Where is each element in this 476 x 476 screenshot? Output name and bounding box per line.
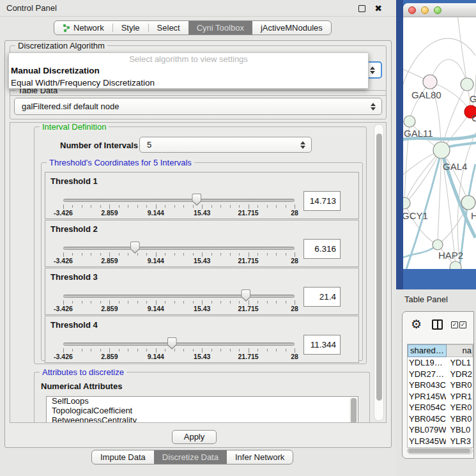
dropdown-hint: Select algorithm to view settings bbox=[9, 53, 368, 65]
tick-label: 15.43 bbox=[194, 209, 210, 217]
network-window-titlebar bbox=[403, 3, 476, 17]
attribute-item[interactable]: BetweennessCentrality bbox=[47, 416, 358, 423]
threshold-2-panel: Threshold 2-3.4262.8599.14415.4321.71528… bbox=[45, 220, 359, 267]
table-horizontal-scrollbar[interactable] bbox=[407, 447, 473, 454]
close-traffic-light-icon[interactable] bbox=[408, 6, 416, 14]
cell-shared-name: YBR043C bbox=[408, 380, 446, 391]
number-of-intervals-value: 5 bbox=[147, 140, 151, 150]
number-of-intervals-combobox[interactable]: 5 bbox=[139, 137, 312, 153]
cell-name: YER0 bbox=[446, 402, 473, 413]
checkbox-icon[interactable]: ✓ bbox=[459, 321, 466, 328]
network-canvas[interactable]: GAL80 GA C GAL11 GAL4 GCY1 H HAP2 bbox=[403, 17, 476, 269]
column-header-shared-name[interactable]: shared… bbox=[408, 344, 447, 357]
tab-network[interactable]: Network bbox=[54, 21, 112, 35]
threshold-value-field[interactable]: 6.316 bbox=[303, 239, 341, 259]
table-row[interactable]: YBR043CYBR0 bbox=[408, 380, 473, 391]
threshold-4-panel: Threshold 4-3.4262.8599.14415.4321.71528… bbox=[45, 316, 359, 363]
tick-label: 2.859 bbox=[101, 305, 118, 312]
slider-ticks bbox=[63, 252, 295, 257]
table-rows: YDL19…YDL1YDR27…YDR2YBR043CYBR0YPR145WYP… bbox=[408, 357, 473, 448]
slider-ticks bbox=[63, 300, 295, 305]
table-row[interactable]: YDL19…YDL1 bbox=[408, 357, 473, 369]
attributes-group: Attributes to discretize Numerical Attri… bbox=[34, 372, 370, 423]
node-gal11[interactable] bbox=[404, 116, 415, 127]
node-gal4[interactable] bbox=[433, 142, 450, 158]
slider-track[interactable] bbox=[63, 342, 295, 346]
slider-track[interactable] bbox=[63, 295, 295, 298]
tick-label: 28 bbox=[291, 353, 298, 360]
tab-style[interactable]: Style bbox=[113, 21, 148, 35]
network-graph: GAL80 GA C GAL11 GAL4 GCY1 H HAP2 bbox=[403, 17, 476, 269]
node-bottom[interactable] bbox=[450, 261, 461, 269]
tab-select[interactable]: Select bbox=[149, 21, 188, 35]
settings-scroll-panel: Interval Definition Number of Intervals … bbox=[10, 122, 387, 423]
control-panel: Control Panel ✖ NetworkStyleSelectCyni T… bbox=[0, 0, 396, 476]
combo-stepper-icon bbox=[370, 66, 376, 74]
threshold-label: Threshold 3 bbox=[50, 272, 98, 282]
node-gal80[interactable] bbox=[423, 75, 437, 89]
dropdown-item-manual[interactable]: Manual Discretization bbox=[9, 65, 368, 77]
node-attribute-table[interactable]: shared… na YDL19…YDL1YDR27…YDR2YBR043CYB… bbox=[407, 344, 473, 448]
threshold-value-field[interactable]: 21.4 bbox=[303, 287, 341, 307]
slider-ticks bbox=[63, 204, 295, 210]
table-row[interactable]: YBR045CYBR0 bbox=[408, 413, 473, 425]
slider-track[interactable] bbox=[63, 199, 295, 202]
dropdown-item-equal-width[interactable]: Equal Width/Frequency Discretization bbox=[9, 77, 368, 89]
node-label-gal11: GAL11 bbox=[404, 128, 433, 139]
tick-label: 28 bbox=[291, 257, 298, 265]
table-row[interactable]: YBL079WYBL0 bbox=[408, 424, 473, 436]
attributes-scrollbar[interactable] bbox=[349, 397, 357, 423]
panel-vertical-scrollbar[interactable] bbox=[374, 124, 384, 421]
node-h[interactable] bbox=[461, 196, 475, 210]
table-row[interactable]: YLR345WYLR3 bbox=[408, 436, 473, 447]
tab-infer-network[interactable]: Infer Network bbox=[227, 450, 293, 464]
network-desktop-edge bbox=[396, 0, 403, 289]
column-header-name[interactable]: na bbox=[447, 344, 473, 357]
threshold-value-field[interactable]: 14.713 bbox=[303, 191, 341, 211]
slider-track[interactable] bbox=[63, 247, 295, 250]
minimize-traffic-light-icon[interactable] bbox=[421, 6, 429, 14]
table-row[interactable]: YER054CYER0 bbox=[408, 402, 473, 413]
network-tab-icon bbox=[63, 24, 70, 33]
algorithm-dropdown-popup: Select algorithm to view settings Manual… bbox=[8, 52, 369, 89]
cyni-toolbox-panel: Discretization Algorithm Table Data galF… bbox=[4, 40, 392, 448]
tab-label: Infer Network bbox=[235, 450, 284, 464]
table-data-group: Table Data galFiltered.sif default node bbox=[10, 90, 387, 119]
tick-label: -3.426 bbox=[54, 209, 73, 217]
float-window-icon[interactable] bbox=[358, 5, 365, 12]
tab-impute-data[interactable]: Impute Data bbox=[92, 450, 154, 464]
attribute-item[interactable]: TopologicalCoefficient bbox=[47, 406, 358, 416]
threshold-label: Threshold 2 bbox=[50, 224, 98, 234]
tab-jactivemnodules[interactable]: jActiveMNodules bbox=[252, 21, 331, 35]
combo-stepper-icon bbox=[371, 103, 376, 111]
node-label-gal80: GAL80 bbox=[411, 89, 441, 100]
node-partial-top[interactable] bbox=[461, 78, 473, 91]
tab-label: jActiveMNodules bbox=[261, 21, 323, 35]
node-hap2[interactable] bbox=[433, 240, 443, 250]
checkbox-icon[interactable]: ✓ bbox=[451, 321, 458, 328]
tab-discretize-data[interactable]: Discretize Data bbox=[154, 450, 227, 464]
table-panel-window: ⚙ ✓ ✓ shared… na YDL19…YDL1YDR27…YDR2YBR… bbox=[402, 311, 474, 459]
tab-cyni-toolbox[interactable]: Cyni Toolbox bbox=[188, 21, 252, 35]
cell-name: YDL1 bbox=[446, 357, 473, 369]
tab-label: Network bbox=[73, 21, 104, 35]
close-icon[interactable]: ✖ bbox=[374, 3, 382, 14]
apply-button[interactable]: Apply bbox=[172, 430, 217, 444]
zoom-traffic-light-icon[interactable] bbox=[434, 6, 441, 14]
node-label-gcy1: GCY1 bbox=[403, 210, 428, 221]
tick-label: 9.144 bbox=[148, 305, 164, 312]
panel-title: Control Panel bbox=[6, 0, 57, 17]
tick-label: 21.715 bbox=[238, 209, 259, 217]
split-columns-icon[interactable] bbox=[432, 319, 443, 330]
table-row[interactable]: YDR27…YDR2 bbox=[408, 369, 473, 380]
table-row[interactable]: YPR145WYPR1 bbox=[408, 391, 473, 403]
gear-icon[interactable]: ⚙ bbox=[411, 318, 422, 332]
tick-label: 15.43 bbox=[194, 257, 210, 265]
attribute-item[interactable]: SelfLoops bbox=[47, 397, 358, 406]
threshold-label: Threshold 4 bbox=[50, 320, 98, 330]
cell-shared-name: YBL079W bbox=[408, 424, 446, 436]
numerical-attributes-list[interactable]: SelfLoopsTopologicalCoefficientBetweenne… bbox=[46, 396, 358, 423]
table-data-combobox[interactable]: galFiltered.sif default node bbox=[14, 98, 382, 115]
cell-shared-name: YDR27… bbox=[408, 369, 446, 380]
threshold-value-field[interactable]: 11.344 bbox=[303, 335, 341, 355]
